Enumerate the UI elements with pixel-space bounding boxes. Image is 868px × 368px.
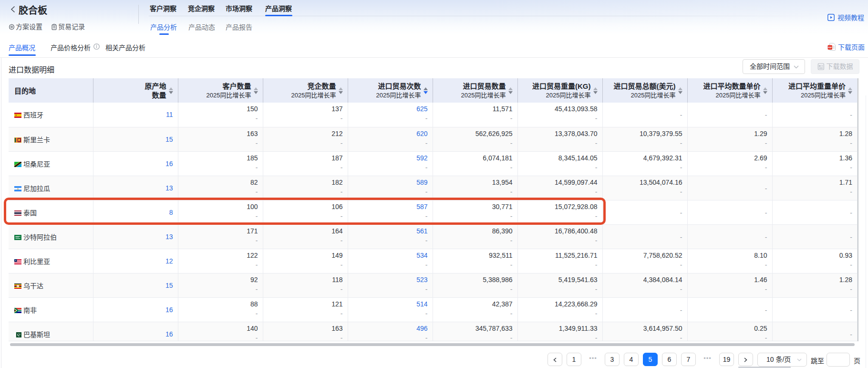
svg-text:PDF: PDF	[828, 46, 832, 49]
